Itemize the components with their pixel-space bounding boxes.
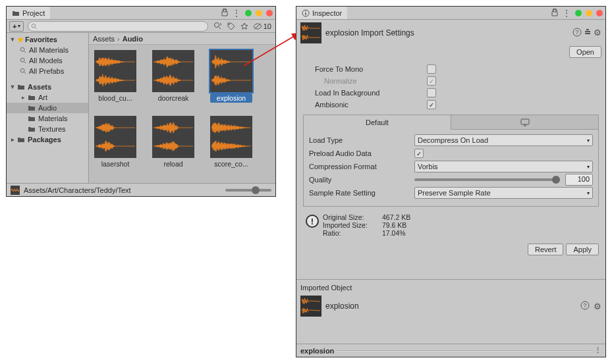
inspector-panel-header: Inspector ⋮ — [296, 7, 605, 20]
search-icon — [20, 47, 26, 53]
svg-rect-20 — [585, 33, 590, 34]
preset-icon[interactable] — [583, 28, 592, 38]
tree-fav-item[interactable]: All Prefabs — [7, 66, 88, 76]
tree-item-label: Art — [38, 93, 47, 101]
hidden-toggle[interactable]: 10 — [252, 22, 273, 30]
search-input[interactable] — [28, 21, 208, 32]
traffic-yellow-icon[interactable] — [256, 10, 262, 16]
asset-item[interactable]: explosion — [210, 50, 252, 103]
audio-thumb-icon — [300, 22, 321, 43]
search-by-type-button[interactable] — [212, 21, 224, 32]
tree-fav-item[interactable]: All Models — [7, 55, 88, 66]
asset-item-label: explosion — [210, 93, 252, 103]
asset-item-label: lasershot — [94, 159, 136, 169]
chevron-down-icon: ▾ — [587, 138, 590, 143]
compression-label: Compression Format — [309, 163, 412, 170]
normalize-label: Normalize — [315, 77, 427, 85]
tree-favorites[interactable]: ▼ ★ Favorites — [7, 34, 88, 45]
svg-rect-19 — [585, 31, 590, 32]
tree-packages[interactable]: ▸ Packages — [7, 134, 88, 145]
asset-item[interactable]: score_co... — [210, 116, 252, 169]
preload-checkbox[interactable]: ✓ — [414, 149, 424, 158]
traffic-red-icon[interactable] — [266, 10, 273, 16]
breadcrumb-root[interactable]: Assets — [93, 35, 115, 43]
quality-label: Quality — [309, 176, 412, 184]
monitor-icon — [520, 118, 530, 126]
tree-favorites-label: Favorites — [25, 36, 57, 43]
compression-dropdown[interactable]: Vorbis▾ — [414, 161, 593, 172]
tree-asset-item[interactable]: Textures — [7, 124, 88, 134]
asset-item[interactable]: reload — [152, 116, 194, 169]
svg-rect-21 — [586, 29, 589, 30]
tree-asset-item-audio[interactable]: Audio — [7, 103, 88, 113]
imported-object-label: Imported Object — [300, 282, 601, 293]
lock-icon[interactable] — [221, 9, 228, 18]
help-icon[interactable]: ? — [580, 301, 590, 311]
preview-drag-handle[interactable] — [337, 350, 592, 351]
asset-item[interactable]: lasershot — [94, 116, 136, 169]
favorite-button[interactable] — [238, 21, 250, 32]
traffic-green-icon[interactable] — [575, 10, 582, 16]
inspector-tab-label: Inspector — [312, 9, 342, 17]
traffic-green-icon[interactable] — [245, 10, 252, 16]
sample-rate-label: Sample Rate Setting — [309, 189, 412, 197]
imp-size-value: 79.6 KB — [382, 221, 410, 229]
tree-item-label: All Materials — [29, 46, 69, 54]
sample-rate-value: Preserve Sample Rate — [418, 189, 491, 197]
apply-button[interactable]: Apply — [566, 244, 599, 255]
load-type-value: Decompress On Load — [418, 136, 488, 144]
asset-item-label: blood_cu... — [94, 93, 136, 103]
quality-value-field[interactable]: 100 — [565, 174, 593, 186]
quality-slider[interactable] — [414, 178, 560, 181]
inspector-tab[interactable]: Inspector — [296, 7, 347, 19]
gear-icon[interactable]: ⚙ — [594, 301, 601, 311]
revert-button[interactable]: Revert — [528, 244, 563, 255]
folder-icon — [17, 83, 25, 91]
tree-asset-item[interactable]: ▸Art — [7, 92, 88, 103]
open-button[interactable]: Open — [569, 46, 601, 58]
thumbnail-size-slider[interactable] — [225, 189, 271, 192]
traffic-yellow-icon[interactable] — [586, 10, 592, 16]
create-button[interactable]: +▾ — [9, 21, 24, 32]
audio-thumb-icon — [152, 116, 194, 158]
sample-rate-dropdown[interactable]: Preserve Sample Rate▾ — [414, 187, 593, 199]
force-to-mono-checkbox[interactable] — [427, 65, 436, 74]
inspector-panel: Inspector ⋮ explosion Import Settings ? … — [296, 6, 606, 357]
help-icon[interactable]: ? — [572, 28, 582, 38]
options-icon[interactable]: ⋮ — [562, 8, 571, 18]
preview-bar[interactable]: explosion ⋮ — [296, 344, 605, 357]
tree-fav-item[interactable]: All Materials — [7, 45, 88, 55]
tree-assets[interactable]: ▼ Assets — [7, 82, 88, 92]
project-panel-header: Project ⋮ — [7, 7, 275, 20]
platform-tab-default[interactable]: Default — [304, 115, 451, 130]
ambisonic-checkbox[interactable]: ✓ — [427, 100, 436, 109]
audio-thumb-icon — [210, 116, 252, 158]
search-text[interactable] — [39, 22, 205, 31]
load-type-dropdown[interactable]: Decompress On Load▾ — [414, 134, 593, 146]
breadcrumb-current[interactable]: Audio — [123, 35, 143, 43]
preload-label: Preload Audio Data — [309, 149, 412, 157]
folder-icon — [28, 93, 36, 101]
svg-point-16 — [305, 11, 306, 12]
tree-item-label: All Models — [29, 57, 63, 65]
audio-thumb-icon — [300, 296, 321, 317]
gear-icon[interactable]: ⚙ — [594, 28, 601, 38]
project-tab[interactable]: Project — [7, 7, 50, 19]
search-by-label-button[interactable] — [225, 21, 237, 32]
asset-item-label: score_co... — [210, 159, 252, 169]
asset-item[interactable]: blood_cu... — [94, 50, 136, 103]
tree-asset-item[interactable]: Materials — [7, 113, 88, 124]
folder-icon — [28, 115, 36, 122]
lock-icon[interactable] — [551, 9, 558, 18]
normalize-checkbox[interactable]: ✓ — [427, 76, 436, 86]
svg-point-6 — [20, 47, 24, 51]
platform-tab-standalone[interactable] — [451, 115, 598, 130]
options-icon[interactable]: ⋮ — [594, 346, 601, 355]
options-icon[interactable]: ⋮ — [232, 8, 241, 18]
orig-size-label: Original Size: — [323, 213, 382, 221]
svg-line-7 — [24, 51, 26, 53]
load-in-background-checkbox[interactable] — [427, 88, 436, 97]
asset-item[interactable]: doorcreak — [152, 50, 194, 103]
traffic-red-icon[interactable] — [596, 10, 603, 16]
svg-line-3 — [219, 27, 221, 29]
